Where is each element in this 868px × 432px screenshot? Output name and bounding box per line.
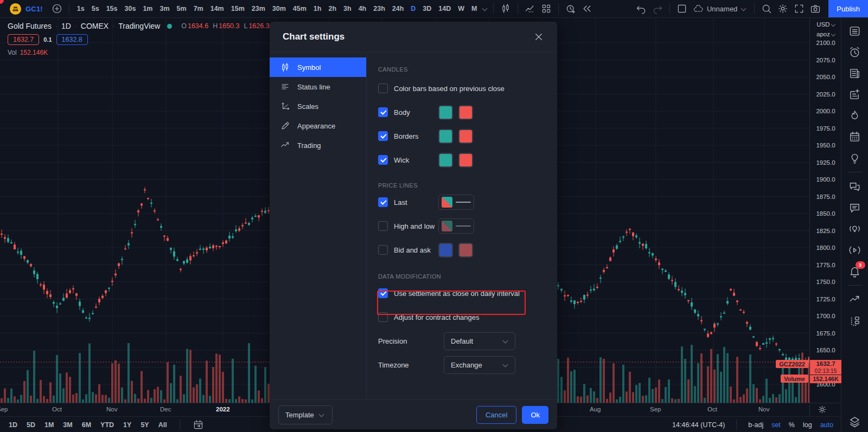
interval-button[interactable]: 24h — [392, 5, 404, 12]
watchlist-icon[interactable] — [847, 23, 863, 39]
range-button[interactable]: 1M — [44, 421, 54, 429]
ok-button[interactable]: Ok — [522, 406, 548, 424]
tab-symbol[interactable]: Symbol — [270, 57, 366, 77]
ideas-lightbulb-icon[interactable] — [847, 150, 863, 166]
time-axis-label[interactable]: Aug — [590, 406, 601, 412]
price-axis[interactable]: USD apoz 2100.02075.02050.02025.02000.01… — [809, 17, 841, 403]
time-axis-label[interactable]: Oct — [52, 406, 62, 412]
go-to-date-icon[interactable] — [193, 419, 205, 431]
layout-name-menu[interactable]: Unnamed — [693, 3, 748, 14]
border-up-color-swatch[interactable] — [438, 129, 453, 144]
last-line-style-control[interactable] — [438, 195, 474, 210]
layout-single-icon[interactable] — [674, 1, 690, 16]
time-axis-label[interactable]: Nov — [106, 406, 117, 412]
checkbox-wick[interactable] — [378, 155, 388, 165]
range-button[interactable]: All — [158, 421, 167, 429]
log-scale-toggle[interactable]: log — [803, 421, 812, 429]
adjust-data-toggle[interactable]: b-adj — [748, 421, 763, 429]
compare-add-icon[interactable] — [49, 1, 65, 16]
checkbox-color-bars[interactable] — [378, 83, 388, 93]
news-icon[interactable] — [847, 65, 863, 81]
axis-currency[interactable]: USD — [810, 21, 841, 28]
interval-button[interactable]: 14D — [438, 5, 451, 12]
checkbox-body[interactable] — [378, 107, 388, 117]
undo-icon[interactable] — [634, 1, 649, 16]
settlement-toggle[interactable]: set — [771, 421, 781, 429]
precision-dropdown[interactable]: Default — [444, 332, 515, 350]
bar-replay-icon[interactable] — [579, 1, 595, 16]
publish-button[interactable]: Publish — [828, 0, 868, 17]
interval-button[interactable]: 7m — [194, 5, 203, 12]
interval-button[interactable]: 1h — [314, 5, 322, 12]
border-down-color-swatch[interactable] — [458, 129, 473, 144]
time-axis-label[interactable]: Oct — [707, 406, 717, 412]
checkbox-last[interactable] — [378, 197, 388, 207]
interval-button[interactable]: 3h — [343, 5, 352, 12]
calendar-icon[interactable] — [847, 128, 863, 145]
search-icon[interactable] — [759, 1, 774, 16]
interval-button[interactable]: M — [471, 5, 477, 12]
range-button[interactable]: 6M — [82, 421, 91, 429]
interval-button[interactable]: 3m — [159, 5, 169, 12]
time-axis-label[interactable]: Sep — [0, 406, 8, 412]
interval-button[interactable]: 1m — [143, 5, 152, 12]
interval-button[interactable]: W — [458, 5, 464, 12]
chart-style-candles-icon[interactable] — [498, 1, 513, 16]
ask-price[interactable]: 1632.8 — [56, 34, 88, 45]
range-button[interactable]: 5D — [27, 421, 35, 429]
dom-icon[interactable] — [847, 313, 863, 329]
interval-button[interactable]: 15m — [231, 5, 245, 12]
legend-interval[interactable]: 1D — [61, 22, 71, 30]
symbol-logo-icon[interactable] — [10, 3, 21, 15]
timezone-dropdown[interactable]: Exchange — [444, 356, 515, 374]
interval-button[interactable]: 4h — [359, 5, 367, 12]
checkbox-settlement[interactable] — [378, 288, 388, 298]
range-button[interactable]: 1Y — [123, 421, 131, 429]
hotlists-flame-icon[interactable] — [847, 107, 863, 124]
interval-button[interactable]: 15s — [106, 5, 118, 12]
interval-button[interactable]: 23m — [252, 5, 265, 12]
tab-appearance[interactable]: Appearance — [270, 116, 366, 136]
time-axis-label[interactable]: Dec — [160, 406, 171, 412]
range-button[interactable]: 5Y — [141, 421, 149, 429]
high-low-line-style-control[interactable] — [438, 218, 474, 234]
tab-scales[interactable]: Scales — [270, 96, 366, 116]
interval-button[interactable]: 23h — [373, 5, 385, 12]
tab-status-line[interactable]: Status line — [270, 77, 366, 96]
bid-color-swatch[interactable] — [438, 243, 453, 257]
body-down-color-swatch[interactable] — [458, 105, 473, 120]
fullscreen-icon[interactable] — [792, 1, 807, 16]
indicators-icon[interactable] — [522, 1, 538, 16]
symbol-name[interactable]: GC1! — [25, 5, 43, 13]
layout-grid-icon[interactable] — [539, 1, 554, 16]
body-up-color-swatch[interactable] — [438, 105, 453, 120]
range-button[interactable]: YTD — [100, 421, 114, 429]
interval-button[interactable]: D — [411, 5, 416, 12]
interval-button[interactable]: 1s — [77, 5, 85, 12]
tab-trading[interactable]: Trading — [270, 136, 366, 155]
checkbox-high-low[interactable] — [378, 221, 388, 231]
interval-button[interactable]: 45m — [293, 5, 307, 12]
checkbox-borders[interactable] — [378, 131, 388, 141]
trading-panel-icon[interactable] — [847, 292, 863, 308]
screenshot-camera-icon[interactable] — [808, 1, 823, 16]
interval-button[interactable]: 3D — [423, 5, 431, 12]
alert-add-icon[interactable] — [563, 1, 578, 16]
market-status-dot[interactable] — [167, 24, 172, 29]
private-chat-icon[interactable] — [847, 199, 863, 216]
interval-button[interactable]: 5s — [92, 5, 99, 12]
wick-down-color-swatch[interactable] — [458, 153, 473, 167]
legend-symbol-title[interactable]: Gold Futures — [8, 22, 52, 30]
axis-settings-gear-icon[interactable] — [817, 404, 827, 415]
percent-scale-toggle[interactable]: % — [789, 421, 795, 429]
axis-unit[interactable]: apoz — [810, 31, 841, 37]
bid-price[interactable]: 1632.7 — [8, 34, 39, 45]
auto-scale-toggle[interactable]: auto — [820, 421, 833, 429]
checkbox-bid-ask[interactable] — [378, 245, 388, 255]
checkbox-adjust-contract[interactable] — [378, 312, 388, 322]
public-chats-icon[interactable] — [847, 178, 863, 195]
interval-button[interactable]: 5m — [177, 5, 187, 12]
redo-icon[interactable] — [650, 1, 665, 16]
settings-gear-icon[interactable] — [775, 1, 790, 16]
object-tree-icon[interactable] — [847, 414, 863, 430]
